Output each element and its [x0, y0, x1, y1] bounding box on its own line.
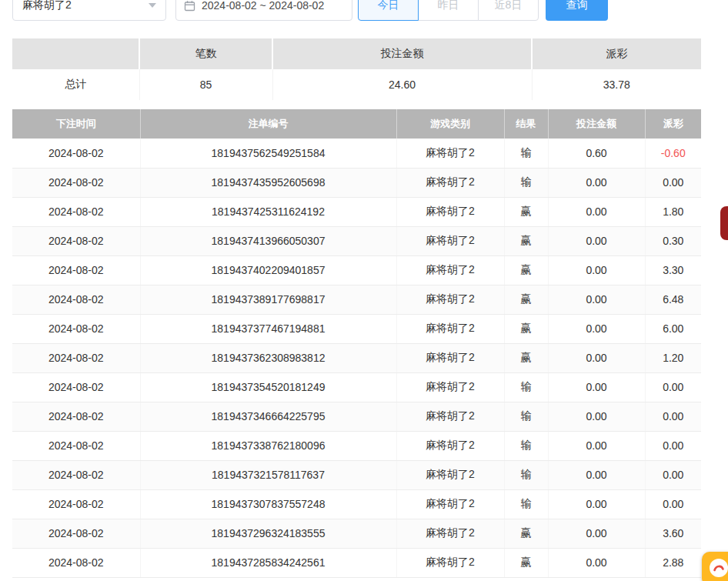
- cell-order-id: 1819437435952605698: [140, 168, 396, 197]
- cell-bet-time: 2024-08-02: [12, 226, 140, 255]
- cell-order-id: 1819437321578117637: [140, 460, 396, 489]
- cell-result: 赢: [504, 519, 548, 548]
- summary-total-payout: 33.78: [532, 69, 701, 100]
- summary-header-blank: [12, 38, 139, 69]
- cell-bet-amount: 0.00: [548, 343, 645, 372]
- cell-payout: 3.60: [645, 519, 701, 548]
- cell-bet-time: 2024-08-02: [12, 402, 140, 431]
- cell-result: 赢: [504, 197, 548, 226]
- cell-order-id: 1819437354520181249: [140, 372, 396, 402]
- cell-bet-time: 2024-08-02: [12, 519, 140, 548]
- cell-payout: 0.00: [645, 489, 701, 519]
- cell-result: 赢: [504, 255, 548, 285]
- cell-game-type: 麻将胡了2: [396, 285, 504, 314]
- today-button[interactable]: 今日: [358, 0, 419, 21]
- cell-result: 输: [504, 402, 548, 431]
- cell-result: 赢: [504, 285, 548, 314]
- cell-order-id: 1819437296324183555: [140, 519, 396, 548]
- table-row: 2024-08-021819437354520181249麻将胡了2输0.000…: [12, 372, 701, 402]
- cell-bet-amount: 0.00: [548, 372, 645, 402]
- cell-bet-amount: 0.00: [548, 548, 645, 577]
- cell-order-id: 1819437285834242561: [140, 548, 396, 577]
- records-header-row: 下注时间 注单编号 游戏类别 结果 投注金额 派彩: [12, 109, 701, 139]
- table-row: 2024-08-021819437377467194881麻将胡了2赢0.006…: [12, 314, 701, 343]
- cell-game-type: 麻将胡了2: [396, 168, 504, 197]
- table-row: 2024-08-021819437338762180096麻将胡了2输0.000…: [12, 431, 701, 460]
- cell-bet-amount: 0.00: [548, 402, 645, 431]
- cell-order-id: 1819437402209401857: [140, 255, 396, 285]
- table-row: 2024-08-021819437296324183555麻将胡了2赢0.003…: [12, 519, 701, 548]
- header-bet-time: 下注时间: [12, 109, 140, 139]
- header-order-id: 注单编号: [140, 109, 396, 139]
- cell-bet-amount: 0.00: [548, 285, 645, 314]
- cell-bet-time: 2024-08-02: [12, 285, 140, 314]
- table-row: 2024-08-021819437435952605698麻将胡了2输0.000…: [12, 168, 701, 197]
- table-row: 2024-08-021819437321578117637麻将胡了2输0.000…: [12, 460, 701, 489]
- side-floating-tab[interactable]: [720, 206, 728, 240]
- cell-order-id: 1819437346664225795: [140, 402, 396, 431]
- game-select[interactable]: 麻将胡了2: [12, 0, 166, 21]
- cell-order-id: 1819437362308983812: [140, 343, 396, 372]
- cell-bet-amount: 0.00: [548, 314, 645, 343]
- cell-bet-amount: 0.00: [548, 519, 645, 548]
- cell-game-type: 麻将胡了2: [396, 226, 504, 255]
- cell-result: 赢: [504, 226, 548, 255]
- table-row: 2024-08-021819437389177698817麻将胡了2赢0.006…: [12, 285, 701, 314]
- cell-payout: 3.30: [645, 255, 701, 285]
- cell-game-type: 麻将胡了2: [396, 460, 504, 489]
- summary-total-label: 总计: [12, 69, 139, 100]
- cell-bet-amount: 0.60: [548, 139, 645, 168]
- cell-game-type: 麻将胡了2: [396, 519, 504, 548]
- cell-result: 赢: [504, 314, 548, 343]
- cell-result: 输: [504, 460, 548, 489]
- cell-order-id: 1819437377467194881: [140, 314, 396, 343]
- header-game-type: 游戏类别: [396, 109, 504, 139]
- cell-game-type: 麻将胡了2: [396, 343, 504, 372]
- cell-order-id: 1819437425311624192: [140, 197, 396, 226]
- yesterday-button[interactable]: 昨日: [418, 0, 479, 21]
- cell-payout: 6.00: [645, 314, 701, 343]
- cell-payout: 0.00: [645, 460, 701, 489]
- cell-game-type: 麻将胡了2: [396, 255, 504, 285]
- cell-bet-amount: 0.00: [548, 168, 645, 197]
- table-row: 2024-08-021819437413966050307麻将胡了2赢0.000…: [12, 226, 701, 255]
- records-body: 2024-08-021819437562549251584麻将胡了2输0.60-…: [12, 139, 701, 577]
- cell-payout: 0.30: [645, 226, 701, 255]
- cell-bet-time: 2024-08-02: [12, 343, 140, 372]
- cell-bet-amount: 0.00: [548, 197, 645, 226]
- filter-bar: 麻将胡了2 2024-08-02 ~ 2024-08-02 今日 昨日 近8日 …: [12, 0, 608, 21]
- cell-result: 输: [504, 372, 548, 402]
- summary-header-row: 笔数 投注金额 派彩: [12, 38, 701, 69]
- table-row: 2024-08-021819437402209401857麻将胡了2赢0.003…: [12, 255, 701, 285]
- last-8-days-button[interactable]: 近8日: [478, 0, 539, 21]
- cell-game-type: 麻将胡了2: [396, 431, 504, 460]
- service-icon: [709, 558, 728, 580]
- table-row: 2024-08-021819437285834242561麻将胡了2赢0.002…: [12, 548, 701, 577]
- summary-total-row: 总计 85 24.60 33.78: [12, 69, 701, 100]
- cell-result: 赢: [504, 343, 548, 372]
- cell-order-id: 1819437338762180096: [140, 431, 396, 460]
- cell-order-id: 1819437562549251584: [140, 139, 396, 168]
- cell-bet-time: 2024-08-02: [12, 548, 140, 577]
- cell-bet-amount: 0.00: [548, 489, 645, 519]
- cell-bet-amount: 0.00: [548, 431, 645, 460]
- floating-service-button[interactable]: [702, 552, 728, 581]
- header-result: 结果: [504, 109, 548, 139]
- cell-payout: 0.00: [645, 402, 701, 431]
- summary-total-bet-amount: 24.60: [272, 69, 532, 100]
- cell-order-id: 1819437413966050307: [140, 226, 396, 255]
- cell-payout: 1.80: [645, 197, 701, 226]
- cell-payout: 1.20: [645, 343, 701, 372]
- summary-header-payout: 派彩: [532, 38, 701, 69]
- cell-game-type: 麻将胡了2: [396, 402, 504, 431]
- search-button[interactable]: 查询: [546, 0, 608, 21]
- date-range-input[interactable]: 2024-08-02 ~ 2024-08-02: [175, 0, 352, 21]
- cell-payout: 2.88: [645, 548, 701, 577]
- table-row: 2024-08-021819437562549251584麻将胡了2输0.60-…: [12, 139, 701, 168]
- cell-bet-time: 2024-08-02: [12, 139, 140, 168]
- table-row: 2024-08-021819437307837557248麻将胡了2输0.000…: [12, 489, 701, 519]
- cell-result: 输: [504, 489, 548, 519]
- table-row: 2024-08-021819437362308983812麻将胡了2赢0.001…: [12, 343, 701, 372]
- records-table: 下注时间 注单编号 游戏类别 结果 投注金额 派彩 2024-08-021819…: [12, 109, 701, 578]
- cell-bet-time: 2024-08-02: [12, 431, 140, 460]
